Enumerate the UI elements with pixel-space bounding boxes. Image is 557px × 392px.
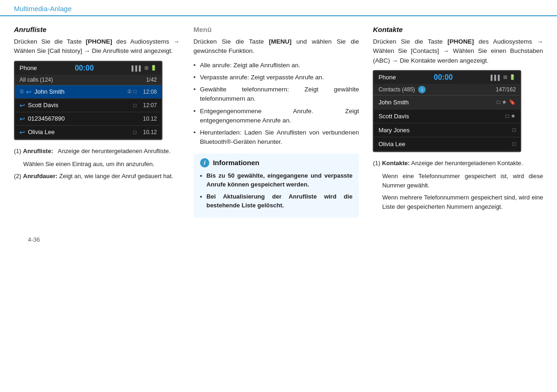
info-title-text: Informationen [213,159,259,167]
middle-column: Menü Drücken Sie die Taste [MENU] und wä… [189,26,364,218]
contact-icons-3: □ [512,127,516,133]
contacts-info-badge: i [418,86,426,93]
main-content: Anrufliste Drücken Sie die Taste [PHONE]… [0,16,557,227]
call-time-1: 12:08 [140,89,157,95]
contacts-note-1-label: (1) [373,160,382,167]
call-name-3: 01234567890 [28,115,136,122]
left-column: Anrufliste Drücken Sie die Taste [PHONE]… [14,26,189,218]
calls-page: 1/42 [146,77,157,83]
right-section-title: Kontakte [373,26,543,33]
contacts-page: 147/162 [496,86,516,93]
phone-label-calls: Phone [19,64,37,71]
contact-row-scott-davis[interactable]: Scott Davis □ ★ [374,109,520,123]
call-icon-1: ↩ [26,88,32,96]
contact-row-olivia-lee[interactable]: Olivia Lee □ [374,137,520,151]
phone-time-calls: 00:00 [75,64,94,72]
middle-intro-text: Drücken Sie die Taste [MENU] und wählen … [194,37,359,56]
contact-icon-box-2: □ [505,113,509,119]
call-name-4: Olivia Lee [28,129,133,135]
contact-name-2: Scott Davis [378,113,505,120]
info-bullet-list: Bis zu 50 gewählte, eingegangene und ver… [200,171,353,210]
calls-subheader: All calls (124) 1/42 [15,75,162,85]
contact-icon-bookmark-1: 🔖 [509,99,516,105]
contact-icon-box-1: □ [497,99,500,105]
middle-section-title: Menü [194,26,359,33]
call-name-1: John Smith [34,88,127,95]
call-name-2: Scott Davis [28,102,133,109]
call-note-2: (2) Anrufdauer: Zeigt an, wie lange der … [14,172,180,181]
bullet-entgegengenommene: Entgegengenommene Anrufe. Zeigt entgegen… [194,107,359,126]
phone-time-contacts: 00:00 [434,73,453,82]
phone-header-contacts: Phone 00:00 ▌▌▌⊞🔋 [374,71,520,84]
contacts-note-1-title: Kontakte: [382,160,410,167]
menu-bullet-list: Alle anrufe: Zeigt alle Anruflisten an. … [194,61,359,147]
contacts-note-1: (1) Kontakte: Anzeige der heruntergelade… [373,159,543,168]
contact-icon-star-2: ★ [511,113,516,119]
contacts-note-3: Wenn mehrere Telefonnummern gespeichert … [373,193,543,212]
info-icon: i [200,158,209,167]
row-num-1: ① [19,89,24,95]
left-section-title: Anrufliste [14,26,180,33]
contact-row-john-smith[interactable]: John Smith □ ★ 🔖 [374,96,520,109]
calls-label: All calls (124) [19,77,53,83]
contact-icon-star-1: ★ [502,99,507,105]
call-right-icons-4: □ [133,129,136,135]
phone-header-calls: Phone 00:00 ▌▌▌⊞🔋 [15,62,162,75]
note-2-title: Anrufdauer: [23,173,58,180]
left-intro-text: Drücken Sie die Taste [PHONE] des Audios… [14,37,180,56]
bullet-herunterladen: Herunterladen: Laden Sie Anruflisten von… [194,128,359,147]
note-1-title: Anrufliste: [23,148,53,154]
right-intro-text: Drücken Sie die Taste [PHONE] des Audios… [373,37,543,65]
info-box: i Informationen Bis zu 50 gewählte, eing… [194,154,359,218]
call-icon-3: ↩ [19,115,25,122]
bullet-alle-anrufe: Alle anrufe: Zeigt alle Anruflisten an. [194,61,359,70]
call-list-screen: Phone 00:00 ▌▌▌⊞🔋 All calls (124) 1/42 ①… [14,61,162,140]
call-icon-4: ↩ [19,129,25,136]
call-time-4: 10.12 [140,129,157,135]
page-number: 4-36 [14,236,557,243]
call-row-number[interactable]: ↩ 01234567890 10.12 [15,112,162,126]
contact-icons-2: □ ★ [505,113,516,119]
phone-status-icons-contacts: ▌▌▌⊞🔋 [491,74,516,80]
bullet-verpasste: Verpasste anrufe: Zeigt verpasste Anrufe… [194,73,359,82]
contact-icon-box-3: □ [512,127,516,133]
header-title: Multimedia-Anlage [14,5,543,15]
contact-name-3: Mary Jones [378,127,512,134]
call-right-icons-2: □ [133,103,136,108]
call-icon-2: ↩ [19,102,25,109]
info-box-title: i Informationen [200,158,353,167]
contacts-subheader: Contacts (485) i 147/162 [374,84,520,96]
call-time-2: 12:07 [140,102,157,109]
info-bullet-2: Bei Aktualisierung der Anrufliste wird d… [200,192,353,210]
contact-row-mary-jones[interactable]: Mary Jones □ [374,123,520,137]
contacts-label: Contacts (485) [378,86,415,93]
note-2-label: (2) [14,173,23,180]
call-note-1: (1) Anrufliste: Anzeige der heruntergela… [14,147,180,156]
phone-status-icons-calls: ▌▌▌⊞🔋 [132,65,157,71]
bullet-gewaehlte: Gewählte telefonnummern: Zeigt gewählte … [194,85,359,104]
page-header: Multimedia-Anlage [0,0,557,16]
contacts-note-2: Wenn eine Telefonnummer gespeichert ist,… [373,172,543,190]
phone-label-contacts: Phone [378,74,396,81]
call-row-olivia-lee[interactable]: ↩ Olivia Lee □ 10.12 [15,126,162,139]
call-right-icons-1: ② □ [127,89,136,95]
call-time-3: 10.12 [140,116,157,122]
contacts-label-group: Contacts (485) i [378,86,426,93]
contact-icons-4: □ [512,141,516,147]
contact-icon-box-4: □ [512,141,516,147]
contact-name-4: Olivia Lee [378,141,512,148]
info-bullet-1: Bis zu 50 gewählte, eingegangene und ver… [200,171,353,189]
contact-name-1: John Smith [378,99,497,106]
contacts-screen: Phone 00:00 ▌▌▌⊞🔋 Contacts (485) i 147/1… [373,70,521,152]
call-row-john-smith[interactable]: ① ↩ John Smith ② □ 12:08 [15,85,162,99]
call-note-1-sub: Wählen Sie einen Eintrag aus, um ihn anz… [14,160,180,169]
right-column: Kontakte Drücken Sie die Taste [PHONE] d… [363,26,543,218]
contact-icons-1: □ ★ 🔖 [497,99,516,105]
note-1-label: (1) [14,148,23,154]
call-row-scott-davis[interactable]: ↩ Scott Davis □ 12:07 [15,99,162,112]
